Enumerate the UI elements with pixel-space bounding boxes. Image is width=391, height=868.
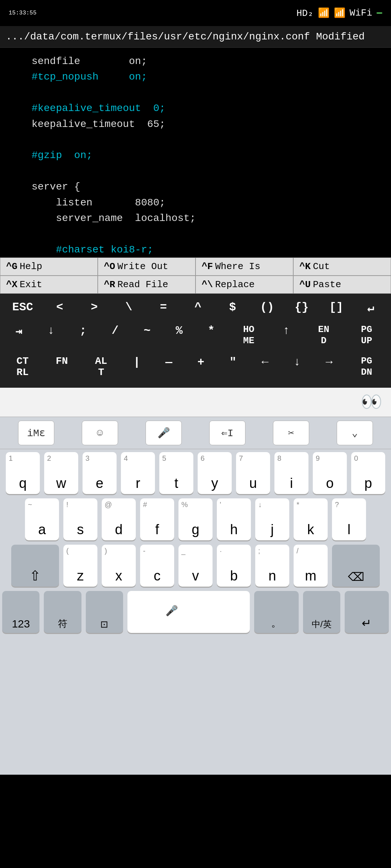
key-d[interactable]: @d (102, 498, 136, 540)
dash-key[interactable]: — (158, 354, 180, 379)
ime-button[interactable]: iMɛ (18, 421, 54, 445)
key-z[interactable]: (z (63, 545, 97, 587)
key-n[interactable]: ;n (255, 545, 289, 587)
key-c[interactable]: -c (140, 545, 174, 587)
kb-toolbar: iMɛ ☺ 🎤 ⇐I ✂ ⌄ (0, 417, 391, 449)
equals-key[interactable]: = (152, 299, 174, 316)
nano-bar: ^G Help ^O Write Out ^F Where Is ^K Cut … (0, 258, 391, 294)
kb-row-3: ⇧ (z )x -c _v ·b ;n /m ⌫ (2, 545, 389, 587)
slash-key[interactable]: / (104, 323, 126, 348)
key-j[interactable]: ↓j (255, 498, 289, 540)
emoji-button[interactable]: ☺ (82, 421, 118, 445)
gt-key[interactable]: > (83, 299, 105, 316)
percent-key[interactable]: % (168, 323, 190, 348)
brackets-key[interactable]: [] (325, 299, 347, 316)
nano-cmd-exit[interactable]: ^X Exit (0, 276, 98, 294)
pipe-key[interactable]: | (126, 354, 148, 379)
shift-key[interactable]: ⇧ (11, 545, 59, 587)
key-y[interactable]: 6y (198, 452, 232, 494)
emoji-icon[interactable]: 👀 (361, 392, 382, 413)
down-arrow-key[interactable]: ↓ (286, 354, 308, 379)
key-g[interactable]: %g (178, 498, 213, 540)
status-bar: 15:33:55 HD₂ 📶 📶 WiFi (0, 0, 391, 26)
nano-cmd-whereis[interactable]: ^F Where Is (196, 258, 293, 276)
key-s[interactable]: !s (63, 498, 97, 540)
keyboard: 1q 2w 3e 4r 5t 6y 7u 8i 9o 0p ~a !s @d #… (0, 449, 391, 775)
space-key[interactable]: 🎤 (127, 591, 250, 633)
key-b[interactable]: ·b (217, 545, 251, 587)
backspace-key[interactable]: ⌫ (332, 545, 380, 587)
mic-button[interactable]: 🎤 (146, 421, 182, 445)
status-time: 15:33:55 (9, 10, 37, 16)
status-icons: HD₂ 📶 📶 WiFi (297, 7, 382, 19)
alt-key[interactable]: ALT (87, 354, 115, 379)
lang-switch-key[interactable]: 中/英 (303, 591, 340, 633)
parens-key[interactable]: () (256, 299, 278, 316)
special-row-3: CTRL FN ALT | — + " ← ↓ → PGDN (3, 354, 388, 379)
key-i[interactable]: 8i (274, 452, 308, 494)
key-m[interactable]: /m (294, 545, 328, 587)
key-v[interactable]: _v (178, 545, 213, 587)
editor-area[interactable]: sendfile on; #tcp_nopush on; #keepalive_… (0, 48, 391, 258)
pgdn-key[interactable]: PGDN (350, 354, 383, 379)
period-key[interactable]: 。 (254, 591, 298, 633)
filepath-bar: .../data/com.termux/files/usr/etc/nginx/… (0, 26, 391, 48)
kb-row-2: ~a !s @d #f %g 'h ↓j *k ?l (2, 498, 389, 540)
key-t[interactable]: 5t (159, 452, 193, 494)
collapse-button[interactable]: ⌄ (337, 421, 373, 445)
semicolon-key[interactable]: ; (72, 323, 94, 348)
dollar-key[interactable]: $ (222, 299, 243, 316)
down-small-key[interactable]: ↓ (40, 323, 62, 348)
key-k[interactable]: *k (294, 498, 328, 540)
enter-kb-key[interactable]: ↵ (345, 591, 389, 633)
right-arrow-key[interactable]: → (318, 354, 340, 379)
nano-cmd-help[interactable]: ^G Help (0, 258, 98, 276)
asterisk-key[interactable]: * (200, 323, 222, 348)
plus-key[interactable]: + (190, 354, 212, 379)
key-o[interactable]: 9o (313, 452, 347, 494)
quote-key[interactable]: " (222, 354, 244, 379)
num-key[interactable]: 123 (2, 591, 39, 633)
backslash-key[interactable]: \ (118, 299, 140, 316)
key-x[interactable]: )x (102, 545, 136, 587)
key-f[interactable]: #f (140, 498, 174, 540)
nano-row-2: ^X Exit ^R Read File ^\ Replace ^U Paste (0, 276, 391, 294)
fn-key[interactable]: FN (47, 354, 76, 379)
ctrl-key[interactable]: CTRL (8, 354, 37, 379)
key-p[interactable]: 0p (351, 452, 385, 494)
braces-key[interactable]: {} (291, 299, 312, 316)
nano-cmd-readfile[interactable]: ^R Read File (98, 276, 196, 294)
cut-button[interactable]: ✂ (273, 421, 309, 445)
key-l[interactable]: ?l (332, 498, 366, 540)
key-q[interactable]: 1q (6, 452, 40, 494)
key-w[interactable]: 2w (44, 452, 78, 494)
input-method-key[interactable]: ⊡ (86, 591, 123, 633)
tilde-key[interactable]: ~ (136, 323, 158, 348)
nano-cmd-write[interactable]: ^O Write Out (98, 258, 196, 276)
key-r[interactable]: 4r (121, 452, 155, 494)
key-h[interactable]: 'h (217, 498, 251, 540)
tab-key[interactable]: ⇥ (8, 323, 30, 348)
emoji-row: 👀 (0, 388, 391, 417)
nano-cmd-paste[interactable]: ^U Paste (293, 276, 391, 294)
nano-cmd-replace[interactable]: ^\ Replace (196, 276, 293, 294)
left-arrow-key[interactable]: ← (254, 354, 276, 379)
key-e[interactable]: 3e (83, 452, 117, 494)
esc-key[interactable]: ESC (9, 299, 36, 316)
up-key[interactable]: ↑ (276, 323, 297, 348)
key-u[interactable]: 7u (236, 452, 270, 494)
cursor-button[interactable]: ⇐I (209, 421, 245, 445)
caret-key[interactable]: ^ (187, 299, 209, 316)
lt-key[interactable]: < (49, 299, 71, 316)
end-key[interactable]: END (307, 323, 340, 348)
nano-cmd-cut[interactable]: ^K Cut (293, 258, 391, 276)
signal1-icon: 📶 (318, 7, 329, 19)
pgup-key[interactable]: PGUP (350, 323, 383, 348)
key-a[interactable]: ~a (25, 498, 59, 540)
special-row-1: ESC < > \ = ^ $ () {} [] ↵ (3, 299, 388, 316)
enter-key[interactable]: ↵ (360, 299, 382, 316)
sym-key[interactable]: 符 (44, 591, 81, 633)
hd-icon: HD₂ (297, 7, 314, 19)
signal2-icon: 📶 (334, 7, 345, 19)
home-key[interactable]: HOME (232, 323, 265, 348)
